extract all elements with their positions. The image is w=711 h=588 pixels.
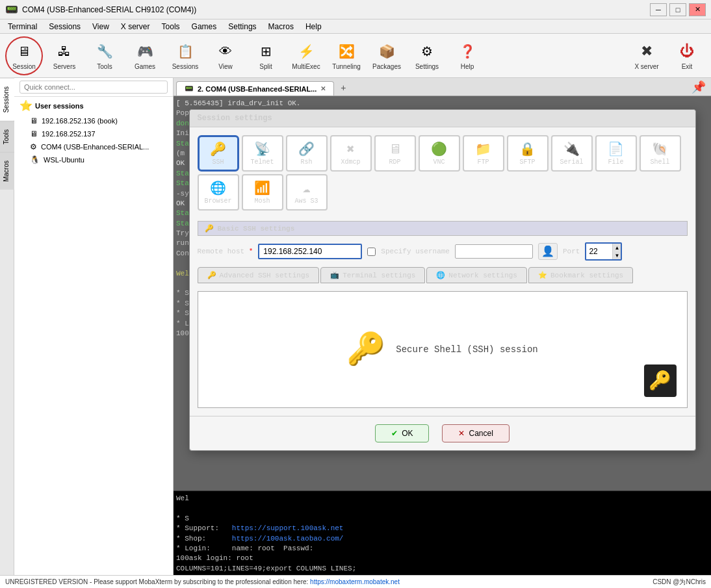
shell-proto-icon: 🐚 — [652, 141, 668, 157]
port-input-wrap: ▲ ▼ — [585, 242, 622, 261]
toolbar-settings-button[interactable]: ⚙ Settings — [408, 36, 446, 75]
toolbar-split-button[interactable]: ⊞ Split — [247, 36, 285, 75]
servers-icon: 🖧 — [54, 41, 75, 62]
tab-add-button[interactable]: + — [335, 80, 351, 96]
proto-telnet[interactable]: 📡 Telnet — [242, 135, 283, 172]
minimize-button[interactable]: ─ — [650, 3, 667, 16]
terminal-bottom: Wel * S * Support: https://support.100as… — [174, 491, 711, 575]
packages-icon: 📦 — [376, 41, 397, 62]
session-group-user: ⭐ User sessions — [14, 97, 173, 114]
pin-icon[interactable]: 📌 — [686, 79, 711, 96]
menu-help[interactable]: Help — [300, 21, 327, 32]
session-label: Session — [12, 63, 36, 70]
port-input[interactable] — [586, 245, 612, 258]
specify-username-checkbox[interactable] — [367, 248, 376, 256]
maximize-button[interactable]: □ — [669, 3, 686, 16]
session-item-wsl-ubuntu[interactable]: 🐧 WSL-Ubuntu — [14, 153, 173, 166]
session-item-com4[interactable]: ⚙ COM4 (USB-Enhanced-SERIAL... — [14, 140, 173, 153]
terminal-line-bottom — [176, 504, 708, 513]
proto-browser[interactable]: 🌐 Browser — [198, 174, 239, 211]
toolbar-xserver-button[interactable]: ✖ X server — [628, 36, 666, 75]
terminal-area[interactable]: [ 5.565435] irda_drv_init OK. Popu... do… — [174, 96, 711, 491]
cancel-button[interactable]: ✕ Cancel — [442, 424, 509, 442]
toolbar-tunneling-button[interactable]: 🔀 Tunneling — [328, 36, 365, 75]
toolbar-session-button[interactable]: 🖥 Session — [5, 36, 43, 75]
menu-view[interactable]: View — [87, 21, 114, 32]
menu-games[interactable]: Games — [187, 21, 222, 32]
username-input[interactable] — [455, 244, 533, 259]
server-icon: 🖥 — [30, 116, 38, 125]
tab-bookmark-settings[interactable]: ⭐ Bookmark settings — [528, 267, 633, 283]
vnc-proto-icon: 🟢 — [431, 141, 447, 157]
view-icon: 👁 — [215, 41, 236, 62]
user-avatar-icon: 👤 — [538, 243, 558, 260]
toolbar-help-button[interactable]: ❓ Help — [448, 36, 486, 75]
tab-network-settings[interactable]: 🌐 Network settings — [426, 267, 527, 283]
port-down-button[interactable]: ▼ — [612, 251, 621, 259]
tab-terminal-settings[interactable]: 📺 Terminal settings — [320, 267, 425, 283]
required-star: * — [249, 248, 253, 255]
settings-content-panel: 🔑 Secure Shell (SSH) session 🔑 — [198, 291, 688, 408]
proto-ftp[interactable]: 📁 FTP — [463, 135, 504, 172]
menu-settings[interactable]: Settings — [223, 21, 261, 32]
terminal-line-bottom: 100ask login: root — [176, 554, 708, 563]
port-up-button[interactable]: ▲ — [612, 244, 621, 251]
toolbar-exit-button[interactable]: ⏻ Exit — [668, 36, 706, 75]
menu-xserver[interactable]: X server — [116, 21, 155, 32]
ok-button[interactable]: ✔ OK — [375, 424, 429, 442]
terminal-line-bottom: Wel — [176, 494, 708, 504]
toolbar-servers-button[interactable]: 🖧 Servers — [45, 36, 83, 75]
status-link[interactable]: https://mobaxterm.mobatek.net — [310, 578, 400, 585]
toolbar-tools-button[interactable]: 🔧 Tools — [86, 36, 123, 75]
proto-shell[interactable]: 🐚 Shell — [640, 135, 681, 172]
browser-proto-icon: 🌐 — [210, 180, 226, 196]
protocol-grid: 🔑 SSH 📡 Telnet 🔗 Rsh — [198, 135, 688, 211]
side-tab-macros[interactable]: Macros — [0, 152, 14, 190]
proto-rsh[interactable]: 🔗 Rsh — [286, 135, 328, 172]
proto-aws-s3[interactable]: ☁ Aws S3 — [286, 174, 328, 211]
proto-mosh[interactable]: 📶 Mosh — [242, 174, 283, 211]
menu-sessions[interactable]: Sessions — [44, 21, 86, 32]
settings-tabs: 🔑 Advanced SSH settings 📺 Terminal setti… — [198, 267, 688, 283]
proto-ssh[interactable]: 🔑 SSH — [198, 135, 239, 172]
tab-close-button[interactable]: ✕ — [320, 85, 326, 92]
menu-macros[interactable]: Macros — [263, 21, 299, 32]
rdp-proto-label: RDP — [389, 159, 400, 166]
menu-tools[interactable]: Tools — [157, 21, 185, 32]
xdmcp-proto-icon: ✖ — [346, 141, 354, 157]
tools-icon: 🔧 — [94, 41, 115, 62]
status-bar: UNREGISTERED VERSION - Please support Mo… — [0, 575, 711, 588]
proto-serial[interactable]: 🔌 Serial — [551, 135, 593, 172]
main-content: 📟 2. COM4 (USB-Enhanced-SERIAL... ✕ + 📌 … — [174, 78, 711, 575]
proto-xdmcp[interactable]: ✖ Xdmcp — [330, 135, 372, 172]
menu-terminal[interactable]: Terminal — [3, 21, 42, 32]
proto-file[interactable]: 📄 File — [595, 135, 637, 172]
proto-rdp[interactable]: 🖥 RDP — [374, 135, 416, 172]
session-item-192-168-252-137[interactable]: 🖥 192.168.252.137 — [14, 127, 173, 140]
quick-connect-input[interactable] — [19, 81, 168, 94]
serial-proto-label: Serial — [560, 159, 583, 166]
remote-host-input[interactable] — [258, 244, 362, 259]
toolbar-sessions-button[interactable]: 📋 Sessions — [166, 36, 204, 75]
close-button[interactable]: ✕ — [689, 3, 706, 16]
terminal-line-bottom: * S — [176, 514, 708, 524]
tab-com4[interactable]: 📟 2. COM4 (USB-Enhanced-SERIAL... ✕ — [176, 81, 334, 96]
side-tab-sessions[interactable]: Sessions — [0, 78, 14, 121]
session-item-192-168-252-136[interactable]: 🖥 192.168.252.136 (book) — [14, 114, 173, 127]
side-tab-tools[interactable]: Tools — [0, 121, 14, 152]
toolbar-packages-button[interactable]: 📦 Packages — [368, 36, 406, 75]
network-settings-icon: 🌐 — [436, 271, 445, 279]
toolbar-view-button[interactable]: 👁 View — [207, 36, 244, 75]
tab-advanced-ssh[interactable]: 🔑 Advanced SSH settings — [198, 267, 320, 283]
ssh-proto-icon: 🔑 — [210, 141, 226, 157]
serial-proto-icon: 🔌 — [563, 141, 580, 157]
proto-vnc[interactable]: 🟢 VNC — [419, 135, 460, 172]
terminal-line-bottom: * Support: https://support.100ask.net — [176, 524, 708, 533]
file-proto-icon: 📄 — [608, 141, 624, 157]
session-settings-dialog: Session settings 🔑 SSH 📡 Telnet — [189, 109, 696, 451]
ssh-description: Secure Shell (SSH) session — [396, 344, 537, 355]
toolbar-multiexec-button[interactable]: ⚡ MultiExec — [287, 36, 325, 75]
toolbar-games-button[interactable]: 🎮 Games — [126, 36, 164, 75]
proto-sftp[interactable]: 🔒 SFTP — [507, 135, 549, 172]
specify-username-label: Specify username — [381, 248, 450, 255]
